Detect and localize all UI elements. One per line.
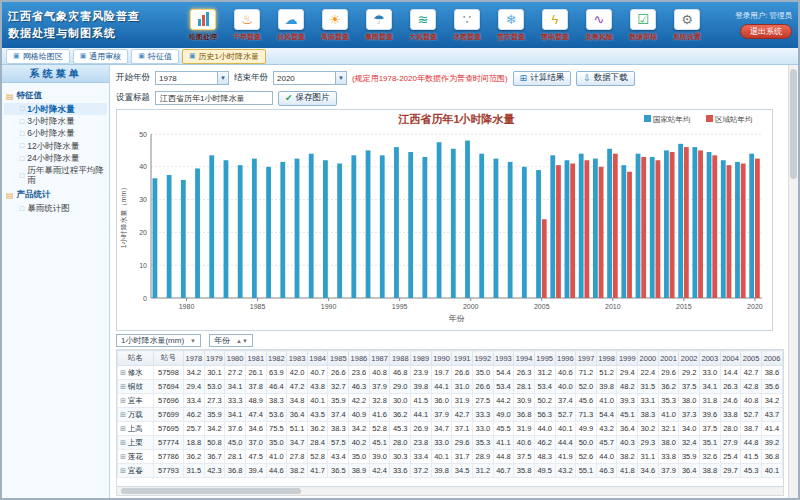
toolbar-item-tornado[interactable]: ∿龙卷风险 — [578, 9, 620, 42]
sidebar-item-1-1[interactable]: □1小时降水量 — [4, 103, 107, 115]
table-row[interactable]: ⊞ 宜丰5769633.427.333.348.938.334.840.135.… — [118, 394, 783, 408]
tree-group-1[interactable]: ▤特征值 — [6, 90, 107, 102]
toolbar-item-settings[interactable]: ⚙系统设置 — [666, 9, 708, 42]
col-header-year-2002[interactable]: 2002 — [679, 351, 700, 366]
expand-icon[interactable]: ⊞ — [120, 397, 128, 404]
col-header-year-1987[interactable]: 1987 — [369, 351, 390, 366]
exit-system-button[interactable]: 退出系统 — [740, 24, 792, 39]
toolbar-item-heat[interactable]: ☀高温普查 — [314, 9, 356, 42]
col-header-year-1996[interactable]: 1996 — [555, 351, 576, 366]
sort-control[interactable]: 年份 ▲▼ — [209, 334, 253, 347]
station-id-cell: 57774 — [154, 436, 184, 450]
sidebar-item-2-1[interactable]: □暴雨统计图 — [4, 202, 107, 214]
toolbar-item-chart[interactable]: 绘图处理 — [182, 9, 224, 42]
col-header-year-1981[interactable]: 1981 — [245, 351, 266, 366]
toolbar-item-snow[interactable]: ❄雪灾普查 — [490, 9, 532, 42]
tab-1[interactable]: ▣网格绘图区 — [6, 49, 70, 64]
table-row[interactable]: ⊞ 莲花5778636.236.728.147.541.027.852.843.… — [118, 450, 783, 464]
col-header-year-1978[interactable]: 1978 — [184, 351, 205, 366]
expand-icon[interactable]: ⊞ — [120, 453, 128, 460]
col-header-year-2006[interactable]: 2006 — [761, 351, 782, 366]
value-cell: 38.3 — [266, 394, 287, 408]
col-header-year-1986[interactable]: 1986 — [349, 351, 370, 366]
bar-national — [479, 154, 484, 298]
svg-text:2010: 2010 — [605, 303, 621, 310]
table-row[interactable]: ⊞ 上高5769525.734.237.634.675.551.136.238.… — [118, 422, 783, 436]
value-cell: 40.8 — [741, 394, 762, 408]
value-cell: 31.8 — [700, 394, 721, 408]
col-header-year-2000[interactable]: 2000 — [638, 351, 659, 366]
value-cell: 37.4 — [555, 394, 576, 408]
tab-4[interactable]: ▣历史1小时降水量 — [182, 49, 266, 64]
expand-icon[interactable]: ⊞ — [120, 425, 128, 432]
col-header-year-1993[interactable]: 1993 — [493, 351, 514, 366]
col-header-year-1985[interactable]: 1985 — [328, 351, 349, 366]
toolbar-item-drought[interactable]: ♨干旱普查 — [226, 9, 268, 42]
sidebar-item-1-5[interactable]: □24小时降水量 — [4, 152, 107, 164]
col-header-year-1980[interactable]: 1980 — [225, 351, 246, 366]
col-header-year-1988[interactable]: 1988 — [390, 351, 411, 366]
expand-icon[interactable]: ⊞ — [120, 369, 128, 376]
col-header-year-1992[interactable]: 1992 — [472, 351, 493, 366]
tree-group-2[interactable]: ▤产品统计 — [6, 189, 107, 201]
col-header-year-1979[interactable]: 1979 — [204, 351, 225, 366]
calculate-button[interactable]: ⊞ 计算结果 — [513, 71, 572, 86]
toolbar-item-rainstorm[interactable]: ☂暴雨普查 — [358, 9, 400, 42]
col-header-year-1998[interactable]: 1998 — [596, 351, 617, 366]
sidebar-item-1-2[interactable]: □3小时降水量 — [4, 115, 107, 127]
col-header-year-1982[interactable]: 1982 — [266, 351, 287, 366]
col-header-year-1989[interactable]: 1989 — [411, 351, 432, 366]
vertical-scrollbar-thumb[interactable] — [790, 69, 797, 179]
table-row[interactable]: ⊞ 宜春5779331.542.336.839.444.638.241.736.… — [118, 464, 783, 478]
col-header-year-1995[interactable]: 1995 — [534, 351, 555, 366]
save-image-button[interactable]: ✔ 保存图片 — [278, 91, 337, 106]
toolbar-item-wind[interactable]: ≋大风普查 — [402, 9, 444, 42]
toolbar-item-label: 系统设置 — [673, 32, 701, 42]
toolbar-item-lightning[interactable]: ϟ雷电普查 — [534, 9, 576, 42]
sidebar-item-1-3[interactable]: □6小时降水量 — [4, 128, 107, 140]
expand-icon[interactable]: ⊞ — [120, 383, 128, 390]
toolbar-item-audit[interactable]: ☑数据审核 — [622, 9, 664, 42]
download-data-button[interactable]: ⇩ 数据下载 — [576, 71, 635, 86]
col-header-year-2004[interactable]: 2004 — [720, 351, 741, 366]
col-header-year-1983[interactable]: 1983 — [287, 351, 308, 366]
expand-icon[interactable]: ⊞ — [120, 411, 128, 418]
col-header-year-1994[interactable]: 1994 — [514, 351, 535, 366]
table-row[interactable]: ⊞ 铜鼓5769429.453.034.137.846.447.243.832.… — [118, 380, 783, 394]
expand-icon[interactable]: ⊞ — [120, 467, 128, 474]
col-header-year-1984[interactable]: 1984 — [307, 351, 328, 366]
bar-regional — [712, 155, 717, 298]
col-header-year-1999[interactable]: 1999 — [617, 351, 638, 366]
sidebar-item-1-6[interactable]: □历年暴雨过程平均降雨 — [4, 165, 107, 187]
chart-title-input[interactable]: 江西省历年1小时降水量 — [155, 91, 273, 105]
value-cell: 28.9 — [472, 450, 493, 464]
col-header-station[interactable]: 站名 — [118, 351, 154, 366]
tab-3[interactable]: ▣特征值 — [131, 49, 179, 64]
toolbar-item-hail[interactable]: ∵冰雹普查 — [446, 9, 488, 42]
table-row[interactable]: ⊞ 修水5759834.230.127.226.163.942.040.726.… — [118, 366, 783, 380]
value-cell: 45.3 — [741, 464, 762, 478]
table-row[interactable]: ⊞ 上栗5777418.850.845.037.035.034.728.457.… — [118, 436, 783, 450]
toolbar-item-typhoon[interactable]: ☁台风普查 — [270, 9, 312, 42]
value-cell: 33.0 — [700, 366, 721, 380]
col-header-year-1991[interactable]: 1991 — [452, 351, 473, 366]
start-year-select[interactable]: 1978 ▼ — [155, 71, 229, 85]
tab-2[interactable]: ▣通用审核 — [73, 49, 129, 64]
col-header-year-1990[interactable]: 1990 — [431, 351, 452, 366]
col-header-year-2003[interactable]: 2003 — [700, 351, 721, 366]
col-header-year-2005[interactable]: 2005 — [741, 351, 762, 366]
unit-selector[interactable]: 1小时降水量(mm) ▼ — [116, 334, 201, 347]
vertical-scrollbar[interactable] — [788, 65, 798, 498]
horizontal-scrollbar[interactable] — [116, 487, 784, 496]
table-row[interactable]: ⊞ 万载5769946.235.934.147.453.636.443.537.… — [118, 408, 783, 422]
col-header-year-2001[interactable]: 2001 — [658, 351, 679, 366]
end-year-select[interactable]: 2020 ▼ — [273, 71, 347, 85]
sidebar-item-1-4[interactable]: □12小时降水量 — [4, 140, 107, 152]
expand-icon[interactable]: ⊞ — [120, 439, 128, 446]
horizontal-scrollbar-thumb[interactable] — [121, 488, 301, 494]
col-header-id[interactable]: 站号 — [154, 351, 184, 366]
toolbar: 绘图处理♨干旱普查☁台风普查☀高温普查☂暴雨普查≋大风普查∵冰雹普查❄雪灾普查ϟ… — [154, 2, 710, 48]
value-cell: 29.4 — [617, 366, 638, 380]
col-header-year-1997[interactable]: 1997 — [576, 351, 597, 366]
value-cell: 45.6 — [576, 394, 597, 408]
